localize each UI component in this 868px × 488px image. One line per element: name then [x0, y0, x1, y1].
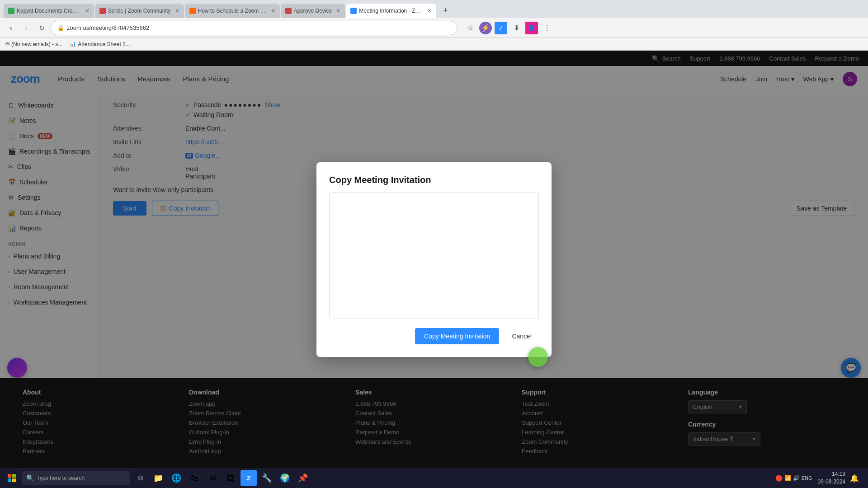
taskbar: 🔍 Type here to search ⧉ 📁 🌐 🛍 ✉ 🖼 Z 🔧 🌍 …: [0, 468, 868, 488]
tab-title-4: Approve Device: [294, 8, 332, 14]
taskbar-icon-task-view[interactable]: ⧉: [132, 470, 148, 486]
battery-icon[interactable]: 🔴: [775, 475, 783, 482]
search-icon: 🔍: [26, 474, 34, 482]
svg-rect-3: [12, 479, 16, 482]
windows-start-button[interactable]: [4, 470, 20, 486]
taskbar-icon-photos[interactable]: 🖼: [222, 470, 239, 486]
modal-actions: Copy Meeting Invitation Cancel: [329, 328, 539, 344]
taskbar-icon-mail[interactable]: ✉: [204, 470, 221, 486]
tab-title-5: Meeting Information - Zoom: [359, 8, 423, 14]
taskbar-search[interactable]: 🔍 Type here to search: [22, 471, 130, 485]
cancel-button[interactable]: Cancel: [505, 328, 539, 344]
menu-icon[interactable]: ⋮: [541, 22, 553, 34]
time-display: 14:19: [818, 470, 845, 478]
tab-close-1[interactable]: ✕: [85, 8, 90, 14]
tab-inactive-1[interactable]: Kopyst Documents Creation.xl... ✕: [4, 4, 94, 18]
zoom-page: 🔍 Search Support 1.888.799.9666 Contact …: [0, 51, 868, 468]
download-icon[interactable]: ⬇: [510, 22, 523, 34]
back-button[interactable]: ‹: [5, 22, 17, 34]
star-icon[interactable]: ☆: [464, 22, 476, 34]
taskbar-search-text: Type here to search: [37, 475, 85, 481]
tab-bar: Kopyst Documents Creation.xl... ✕ Scribe…: [0, 0, 868, 18]
tab-close-5[interactable]: ✕: [427, 8, 432, 14]
tab-close-2[interactable]: ✕: [175, 8, 179, 14]
lock-icon: 🔒: [57, 25, 64, 31]
toolbar-icons: ☆ ⚡ Z ⬇ 👤 ⋮: [464, 22, 553, 34]
address-bar-row: ‹ › ↻ 🔒 zoom.us/meeting/87047535662 ☆ ⚡ …: [0, 18, 868, 38]
modal: Copy Meeting Invitation Copy Meeting Inv…: [316, 162, 552, 357]
taskbar-icon-app1[interactable]: 🔧: [259, 470, 275, 486]
copy-meeting-invitation-button[interactable]: Copy Meeting Invitation: [415, 328, 499, 344]
modal-invitation-textarea[interactable]: [329, 192, 539, 319]
volume-icon[interactable]: 🔊: [793, 475, 800, 481]
extension-icon-1[interactable]: ⚡: [479, 22, 492, 34]
bookmark-1[interactable]: ✉ (No new emails) - s...: [5, 41, 62, 47]
taskbar-icon-edge[interactable]: 🌐: [168, 470, 184, 486]
cursor-indicator: [528, 347, 548, 367]
bookmarks-bar: ✉ (No new emails) - s... 📊 Attendance Sh…: [0, 38, 868, 51]
svg-rect-1: [12, 474, 16, 478]
tab-active-5[interactable]: Meeting Information - Zoom ✕: [346, 4, 436, 18]
profile-icon[interactable]: 👤: [525, 22, 538, 34]
taskbar-icon-chrome[interactable]: 🌍: [277, 470, 293, 486]
taskbar-icon-store[interactable]: 🛍: [186, 470, 203, 486]
tab-close-4[interactable]: ✕: [336, 8, 340, 14]
taskbar-icon-app2[interactable]: 📌: [295, 470, 311, 486]
new-tab-button[interactable]: +: [439, 4, 452, 17]
forward-button[interactable]: ›: [20, 22, 33, 34]
svg-rect-0: [8, 474, 11, 478]
clock: 14:19 09-08-2024: [815, 470, 845, 486]
tab-title-1: Kopyst Documents Creation.xl...: [17, 8, 81, 14]
taskbar-icon-zoom[interactable]: Z: [241, 470, 257, 486]
keyboard-lang: ENG: [802, 475, 812, 481]
tab-title-2: Scribe | Zoom Community: [108, 8, 171, 14]
reload-button[interactable]: ↻: [35, 22, 48, 34]
tab-inactive-2[interactable]: Scribe | Zoom Community ✕: [95, 4, 184, 18]
tab-inactive-3[interactable]: How to Schedule a Zoom Mee... ✕: [185, 4, 280, 18]
extension-icon-2[interactable]: Z: [495, 22, 507, 34]
tab-title-3: How to Schedule a Zoom Mee...: [198, 8, 267, 14]
tab-close-3[interactable]: ✕: [271, 8, 275, 14]
date-display: 09-08-2024: [818, 478, 845, 486]
modal-overlay[interactable]: Copy Meeting Invitation Copy Meeting Inv…: [0, 51, 868, 468]
bookmark-2[interactable]: 📊 Attendance Sheet 2...: [70, 41, 130, 47]
svg-rect-2: [8, 479, 11, 482]
tab-inactive-4[interactable]: Approve Device ✕: [281, 4, 345, 18]
browser-chrome: Kopyst Documents Creation.xl... ✕ Scribe…: [0, 0, 868, 51]
address-text: zoom.us/meeting/87047535662: [67, 24, 149, 31]
address-box[interactable]: 🔒 zoom.us/meeting/87047535662: [51, 21, 458, 35]
system-tray: 🔴 📶 🔊 ENG 14:19 09-08-2024 🔔: [772, 470, 864, 486]
network-icon[interactable]: 📶: [784, 475, 791, 481]
modal-title: Copy Meeting Invitation: [329, 175, 539, 185]
notification-button[interactable]: 🔔: [848, 472, 861, 484]
tray-icons: 🔴 📶 🔊 ENG: [775, 475, 812, 482]
taskbar-icon-file-explorer[interactable]: 📁: [150, 470, 166, 486]
